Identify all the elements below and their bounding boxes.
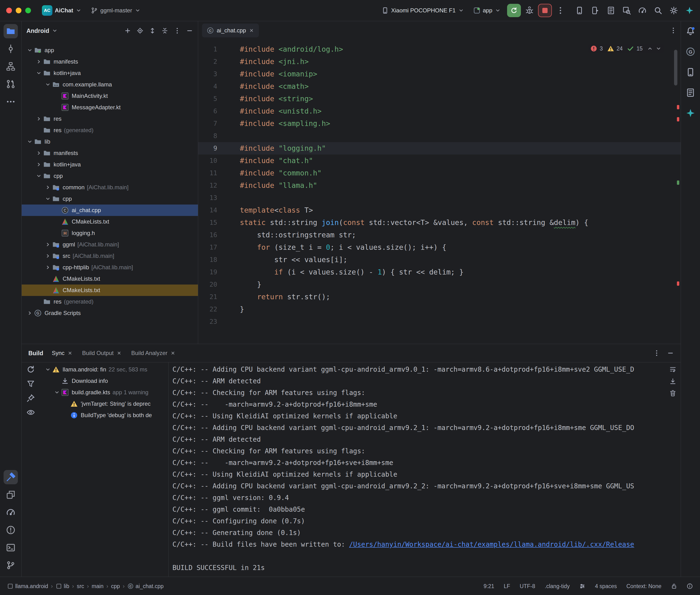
line-number[interactable]: 16 bbox=[198, 229, 224, 241]
chevron-right-icon[interactable] bbox=[44, 253, 52, 259]
project-tree-item-res[interactable]: res(generated) bbox=[22, 124, 198, 136]
inspections-widget[interactable]: 3 24 15 bbox=[588, 44, 664, 53]
line-number[interactable]: 17 bbox=[198, 241, 224, 254]
chevron-right-icon[interactable] bbox=[44, 184, 52, 191]
close-tab-icon[interactable] bbox=[116, 350, 122, 356]
close-tab-icon[interactable] bbox=[170, 350, 175, 356]
project-tree-item-common[interactable]: common[AiChat.lib.main] bbox=[22, 182, 198, 193]
line-number[interactable]: 20 bbox=[198, 278, 224, 291]
console-link[interactable]: /Users/hanyin/Workspace/ai-chat/examples… bbox=[349, 540, 634, 548]
chevron-right-icon[interactable] bbox=[34, 162, 43, 168]
build-tree-item-download-info[interactable]: Download info bbox=[40, 375, 168, 387]
project-tree-item-messageadapter-kt[interactable]: MessageAdapter.kt bbox=[22, 102, 198, 113]
close-tab-icon[interactable] bbox=[67, 350, 73, 356]
breadcrumb-main[interactable]: main bbox=[92, 583, 104, 590]
caret-position[interactable]: 9:21 bbox=[483, 583, 494, 590]
build-tree-item-build-gradle-kts[interactable]: build.gradle.ktsapp 1 warning bbox=[40, 387, 168, 398]
editor-options-icon[interactable] bbox=[670, 27, 677, 34]
chevron-right-icon[interactable] bbox=[34, 116, 43, 122]
line-number[interactable]: 3 bbox=[198, 68, 224, 80]
line-number[interactable]: 11 bbox=[198, 167, 224, 179]
more-tool-windows-button[interactable] bbox=[4, 94, 18, 109]
vcs-branch-selector[interactable]: ggml-master bbox=[88, 5, 143, 16]
project-selector[interactable]: AC AiChat bbox=[39, 3, 85, 18]
indent-status[interactable]: 4 spaces bbox=[595, 583, 617, 590]
profiler-button[interactable] bbox=[638, 6, 647, 15]
build-tree-item-jvmtarget-string-is-deprec[interactable]: 'jvmTarget: String' is deprec bbox=[40, 398, 168, 409]
line-number[interactable]: 14 bbox=[198, 204, 224, 217]
chevron-right-icon[interactable] bbox=[44, 264, 52, 271]
previous-problem-icon[interactable] bbox=[647, 46, 653, 52]
breadcrumb-src[interactable]: src bbox=[77, 583, 84, 590]
line-number[interactable]: 9 bbox=[198, 142, 224, 154]
project-tree-item-src[interactable]: src[AiChat.lib.main] bbox=[22, 250, 198, 262]
dependencies-tool-window-button[interactable] bbox=[4, 488, 18, 502]
breadcrumb-ai-chat-cpp[interactable]: Cai_chat.cpp bbox=[128, 583, 164, 590]
error-stripe-mark[interactable] bbox=[677, 281, 679, 286]
chevron-down-icon[interactable] bbox=[44, 81, 52, 88]
context-status[interactable]: Context: None bbox=[626, 583, 662, 590]
chevron-right-icon[interactable] bbox=[44, 242, 52, 248]
chevron-down-icon[interactable] bbox=[26, 139, 34, 145]
view-options-icon[interactable] bbox=[26, 408, 35, 417]
line-number[interactable]: 1 bbox=[198, 43, 224, 55]
project-tree-item-mainactivity-kt[interactable]: MainActivity.kt bbox=[22, 90, 198, 102]
hide-panel-icon[interactable] bbox=[186, 27, 193, 34]
chevron-down-icon[interactable] bbox=[52, 28, 58, 34]
breadcrumb-cpp[interactable]: cpp bbox=[111, 583, 120, 590]
terminal-tool-window-button[interactable] bbox=[4, 540, 18, 555]
project-tree-item-cmakelists-txt[interactable]: CMakeLists.txt bbox=[22, 216, 198, 227]
hide-build-panel-icon[interactable] bbox=[667, 349, 674, 357]
close-window-button[interactable] bbox=[6, 8, 12, 13]
project-tree-item-com-example-llama[interactable]: com.example.llama bbox=[22, 79, 198, 90]
zoom-window-button[interactable] bbox=[25, 8, 31, 13]
gemini-tool-window-button[interactable] bbox=[683, 106, 698, 120]
line-number[interactable]: 22 bbox=[198, 303, 224, 315]
chevron-down-icon[interactable] bbox=[44, 366, 52, 373]
line-number[interactable]: 4 bbox=[198, 80, 224, 93]
project-tree-item-lib[interactable]: lib bbox=[22, 136, 198, 147]
chevron-down-icon[interactable] bbox=[44, 196, 52, 202]
tab-build-output[interactable]: Build Output bbox=[82, 350, 122, 357]
build-tree-item-buildtype-debug-is-both-de[interactable]: BuildType 'debug' is both de bbox=[40, 409, 168, 421]
project-tree-item-app[interactable]: app bbox=[22, 45, 198, 56]
search-everywhere-button[interactable] bbox=[654, 6, 662, 15]
rerun-sync-icon[interactable] bbox=[26, 365, 35, 374]
select-opened-file-icon[interactable] bbox=[137, 27, 144, 34]
pull-requests-tool-window-button[interactable] bbox=[4, 77, 18, 91]
running-devices-button[interactable] bbox=[591, 6, 599, 15]
file-lock-status[interactable] bbox=[671, 583, 677, 589]
project-tree-item-cmakelists-txt[interactable]: CMakeLists.txt bbox=[22, 285, 198, 296]
next-problem-icon[interactable] bbox=[655, 46, 662, 52]
soft-wrap-icon[interactable] bbox=[669, 366, 676, 373]
line-number[interactable]: 21 bbox=[198, 291, 224, 303]
commit-tool-window-button[interactable] bbox=[4, 42, 18, 56]
line-number[interactable]: 10 bbox=[198, 154, 224, 167]
line-number[interactable]: 13 bbox=[198, 192, 224, 204]
editor-scrollbar[interactable] bbox=[674, 50, 677, 85]
options-icon[interactable] bbox=[174, 27, 181, 34]
project-tree-item-kotlin-java[interactable]: kotlin+java bbox=[22, 159, 198, 170]
error-stripe-mark[interactable] bbox=[677, 117, 679, 121]
project-tree-item-cpp[interactable]: cpp bbox=[22, 193, 198, 204]
chevron-down-icon[interactable] bbox=[34, 70, 43, 76]
project-tree-item-res[interactable]: res(generated) bbox=[22, 296, 198, 307]
project-tree-item-kotlin-java[interactable]: kotlin+java bbox=[22, 67, 198, 79]
analyzer-status[interactable]: .clang-tidy bbox=[545, 583, 570, 590]
chevron-right-icon[interactable] bbox=[34, 59, 43, 65]
logcat-button[interactable] bbox=[607, 6, 615, 15]
code-style-widget[interactable] bbox=[579, 583, 585, 589]
expand-all-icon[interactable] bbox=[149, 27, 156, 34]
project-tree-item-cmakelists-txt[interactable]: CMakeLists.txt bbox=[22, 273, 198, 285]
line-number[interactable]: 15 bbox=[198, 217, 224, 229]
project-tree-item-gradle-scripts[interactable]: GGradle Scripts bbox=[22, 307, 198, 319]
project-tree-item-manifests[interactable]: manifests bbox=[22, 147, 198, 159]
build-options-icon[interactable] bbox=[653, 349, 660, 357]
chevron-down-icon[interactable] bbox=[26, 47, 34, 53]
rerun-button[interactable] bbox=[507, 4, 521, 17]
breadcrumb-llama-android[interactable]: llama.android bbox=[7, 583, 48, 590]
project-tool-window-button[interactable] bbox=[4, 24, 18, 38]
project-tree-item-ggml[interactable]: ggml[AiChat.lib.main] bbox=[22, 239, 198, 250]
stop-button[interactable] bbox=[538, 4, 552, 17]
project-tree-item-cpp-httplib[interactable]: cpp-httplib[AiChat.lib.main] bbox=[22, 262, 198, 273]
